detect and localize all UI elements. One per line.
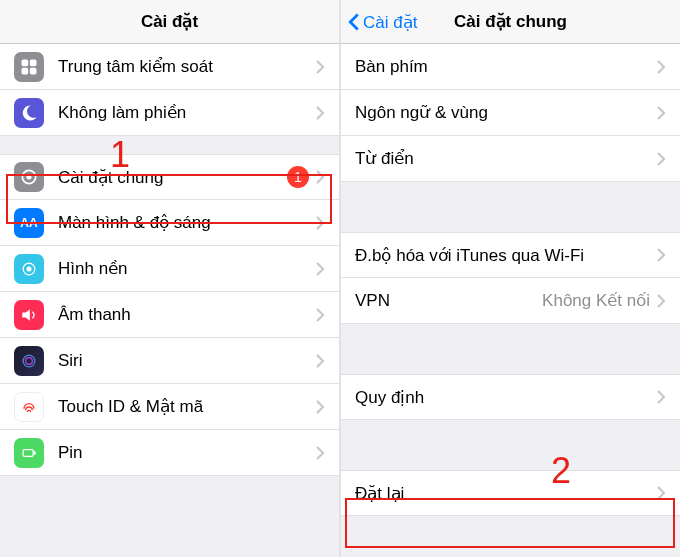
- svg-rect-10: [23, 449, 33, 456]
- row-label: Âm thanh: [58, 305, 315, 325]
- row-label: Pin: [58, 443, 315, 463]
- row-label: Màn hình & độ sáng: [58, 212, 315, 233]
- navbar-title: Cài đặt chung: [454, 11, 567, 32]
- row-vpn[interactable]: VPN Không Kết nối: [341, 278, 680, 324]
- row-control-center[interactable]: Trung tâm kiểm soát: [0, 44, 339, 90]
- general-pane: Cài đặt Cài đặt chung Bàn phím Ngôn ngữ …: [339, 0, 680, 557]
- general-list: Bàn phím Ngôn ngữ & vùng Từ điển Đ.bộ hó…: [341, 44, 680, 557]
- chevron-right-icon: [315, 215, 325, 231]
- chevron-right-icon: [315, 307, 325, 323]
- svg-rect-0: [22, 59, 29, 66]
- svg-rect-3: [30, 67, 37, 74]
- settings-list: Trung tâm kiểm soát Không làm phiền Cài …: [0, 44, 339, 557]
- svg-rect-2: [22, 67, 29, 74]
- row-value: Không Kết nối: [542, 290, 650, 311]
- svg-point-9: [26, 357, 33, 364]
- row-keyboard[interactable]: Bàn phím: [341, 44, 680, 90]
- chevron-right-icon: [315, 105, 325, 121]
- row-label: Bàn phím: [355, 57, 656, 77]
- row-language[interactable]: Ngôn ngữ & vùng: [341, 90, 680, 136]
- row-label: VPN: [355, 291, 542, 311]
- touchid-icon: [14, 392, 44, 422]
- svg-point-7: [27, 266, 32, 271]
- sounds-icon: [14, 300, 44, 330]
- row-label: Hình nền: [58, 258, 315, 279]
- svg-rect-11: [34, 451, 36, 454]
- row-display[interactable]: AA Màn hình & độ sáng: [0, 200, 339, 246]
- row-reset[interactable]: Đặt lại: [341, 470, 680, 516]
- control-center-icon: [14, 52, 44, 82]
- row-label: Đặt lại: [355, 483, 656, 504]
- battery-icon: [14, 438, 44, 468]
- row-wallpaper[interactable]: Hình nền: [0, 246, 339, 292]
- row-regulatory[interactable]: Quy định: [341, 374, 680, 420]
- svg-rect-1: [30, 59, 37, 66]
- gear-icon: [14, 162, 44, 192]
- chevron-right-icon: [315, 445, 325, 461]
- row-sounds[interactable]: Âm thanh: [0, 292, 339, 338]
- chevron-right-icon: [656, 485, 666, 501]
- chevron-right-icon: [656, 389, 666, 405]
- row-label: Touch ID & Mật mã: [58, 396, 315, 417]
- row-dnd[interactable]: Không làm phiền: [0, 90, 339, 136]
- chevron-right-icon: [656, 293, 666, 309]
- row-label: Đ.bộ hóa với iTunes qua Wi-Fi: [355, 245, 656, 266]
- row-label: Siri: [58, 351, 315, 371]
- siri-icon: [14, 346, 44, 376]
- back-button[interactable]: Cài đặt: [347, 0, 417, 44]
- row-siri[interactable]: Siri: [0, 338, 339, 384]
- display-icon: AA: [14, 208, 44, 238]
- chevron-left-icon: [347, 12, 361, 32]
- chevron-right-icon: [315, 261, 325, 277]
- row-label: Trung tâm kiểm soát: [58, 56, 315, 77]
- wallpaper-icon: [14, 254, 44, 284]
- settings-pane: Cài đặt Trung tâm kiểm soát Không làm ph…: [0, 0, 339, 557]
- moon-icon: [14, 98, 44, 128]
- chevron-right-icon: [315, 353, 325, 369]
- navbar-left: Cài đặt: [0, 0, 339, 44]
- row-label: Không làm phiền: [58, 102, 315, 123]
- row-general[interactable]: Cài đặt chung 1: [0, 154, 339, 200]
- chevron-right-icon: [315, 59, 325, 75]
- row-itunes-sync[interactable]: Đ.bộ hóa với iTunes qua Wi-Fi: [341, 232, 680, 278]
- chevron-right-icon: [315, 169, 325, 185]
- row-label: Cài đặt chung: [58, 167, 287, 188]
- chevron-right-icon: [656, 105, 666, 121]
- chevron-right-icon: [656, 59, 666, 75]
- row-label: Quy định: [355, 387, 656, 408]
- row-pin[interactable]: Pin: [0, 430, 339, 476]
- chevron-right-icon: [315, 399, 325, 415]
- row-dictionary[interactable]: Từ điển: [341, 136, 680, 182]
- row-label: Từ điển: [355, 148, 656, 169]
- chevron-right-icon: [656, 151, 666, 167]
- navbar-title: Cài đặt: [141, 11, 198, 32]
- navbar-right: Cài đặt Cài đặt chung: [341, 0, 680, 44]
- svg-point-8: [23, 355, 35, 367]
- svg-point-5: [27, 175, 32, 180]
- back-label: Cài đặt: [363, 12, 417, 33]
- row-label: Ngôn ngữ & vùng: [355, 102, 656, 123]
- row-touchid[interactable]: Touch ID & Mật mã: [0, 384, 339, 430]
- chevron-right-icon: [656, 247, 666, 263]
- notification-badge: 1: [287, 166, 309, 188]
